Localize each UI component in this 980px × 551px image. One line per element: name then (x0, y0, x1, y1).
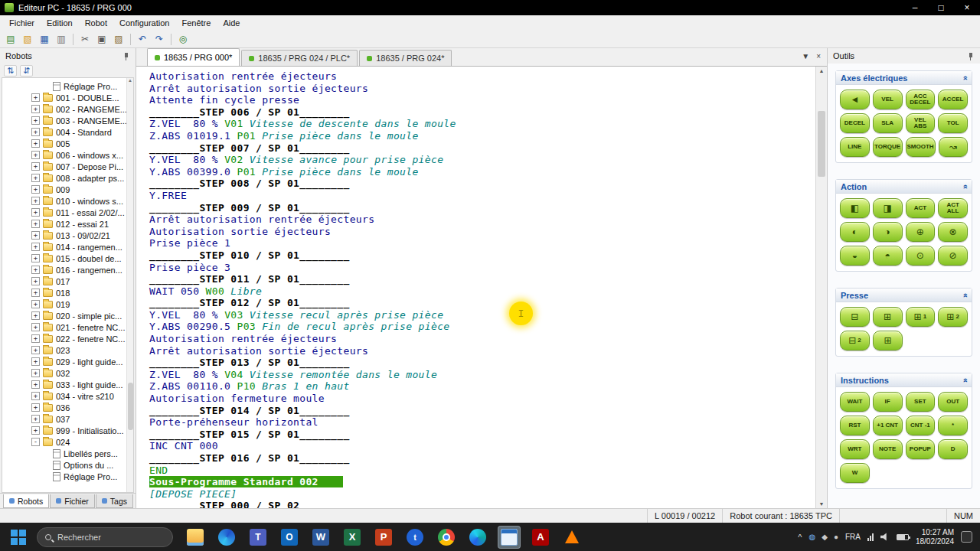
open-icon[interactable]: ▧ (20, 32, 35, 46)
tool-button-act[interactable]: ACT (906, 198, 936, 218)
tray-teams-icon[interactable]: ◍ (808, 533, 815, 541)
tree-item-999-initialisatio[interactable]: +999 - Initialisatio... (2, 425, 126, 436)
vlc-icon[interactable] (560, 526, 583, 549)
scrollbar-thumb[interactable] (818, 111, 825, 177)
tool-button-action-vacuum-on[interactable]: ◐ (840, 222, 870, 242)
tool-button-torque[interactable]: TORQUE (873, 137, 903, 157)
tree-item-022-fenetre-nc[interactable]: +022 - fenetre NC... (2, 333, 126, 344)
tool-button-presse-ejecteurs-in[interactable]: ⊟ (840, 307, 870, 327)
tool-button-action-vacuum-off[interactable]: ◑ (873, 222, 903, 242)
maximize-button[interactable]: □ (928, 0, 954, 15)
menu-aide[interactable]: Aide (217, 17, 246, 29)
expand-icon[interactable]: + (31, 254, 40, 262)
tree-item-reglage-pro[interactable]: Réglage Pro... (2, 471, 126, 482)
tool-button-accel[interactable]: ACCEL (938, 90, 968, 109)
acrobat-icon[interactable]: A (529, 526, 552, 549)
word-icon[interactable]: W (309, 526, 332, 549)
expand-icon[interactable]: + (31, 128, 40, 136)
tree-item-018[interactable]: +018 (2, 287, 126, 298)
tool-button-set[interactable]: SET (906, 392, 936, 412)
robot-connect-icon[interactable]: ◎ (175, 32, 191, 46)
tab-list-dropdown-icon[interactable]: ▼ (802, 52, 809, 60)
expand-icon[interactable]: + (31, 116, 40, 125)
expand-icon[interactable]: + (31, 93, 40, 102)
taskbar-search[interactable]: Rechercher (37, 527, 173, 547)
tool-button-axis-move[interactable]: ◄ (840, 90, 870, 109)
tree-item-options-du[interactable]: Options du ... (2, 459, 126, 471)
tool-button-1[interactable]: ⊞1 (906, 307, 936, 327)
menu-configuration[interactable]: Configuration (113, 17, 175, 29)
tool-button-wait[interactable]: WAIT (840, 392, 870, 412)
save-icon[interactable]: ▦ (37, 32, 52, 46)
expand-icon[interactable]: + (31, 392, 40, 400)
tree-item-008-adapter-ps[interactable]: +008 - adapter ps... (2, 172, 126, 184)
expand-icon[interactable]: + (31, 151, 40, 159)
collapse-section-icon[interactable]: » (960, 184, 969, 188)
tool-button-smooth[interactable]: SMOOTH (906, 137, 936, 157)
thunderbird-icon[interactable]: t (403, 526, 426, 549)
tool-button-action-grip-open[interactable]: ◧ (840, 198, 870, 218)
tool-button-action-rotate-cw[interactable]: ⊕ (906, 222, 936, 242)
menu-robot[interactable]: Robot (79, 17, 113, 29)
tool-button-item[interactable]: * (938, 416, 968, 435)
tool-button-vel-abs[interactable]: VEL ABS (906, 113, 936, 133)
expand-icon[interactable]: + (31, 162, 40, 171)
tool-button-presse-ejecteurs-out[interactable]: ⊞ (873, 307, 903, 327)
panel-tab-fichier[interactable]: Fichier (50, 494, 95, 508)
tool-button-wrt[interactable]: WRT (840, 439, 870, 459)
tree-scrollbar[interactable]: ▲ (126, 78, 133, 492)
redo-icon[interactable]: ↷ (152, 32, 167, 46)
menu-fichier[interactable]: Fichier (3, 17, 41, 29)
scrollbar-thumb[interactable] (128, 383, 133, 430)
tool-button-note[interactable]: NOTE (873, 439, 903, 459)
expand-icon[interactable]: + (31, 220, 40, 228)
tree-item-034-vitre-s210[interactable]: +034 - vitre s210 (2, 390, 126, 402)
print-icon[interactable]: ▥ (54, 32, 69, 46)
edge-dev-icon[interactable] (466, 526, 489, 549)
start-button-icon[interactable] (8, 527, 29, 548)
tree-item-reglage-pro[interactable]: Réglage Pro... (2, 80, 126, 92)
tree-item-libelles-pers[interactable]: Libellés pers... (2, 448, 126, 459)
collapse-section-icon[interactable]: » (960, 377, 969, 382)
expand-icon[interactable]: + (31, 197, 40, 205)
sort-ascending-icon[interactable]: ⇅ (4, 65, 17, 77)
teams-icon[interactable]: T (247, 526, 270, 549)
undo-icon[interactable]: ↶ (135, 32, 150, 46)
edge-icon[interactable] (215, 526, 238, 549)
tree-item-037[interactable]: +037 (2, 413, 126, 425)
paste-icon[interactable]: ▨ (111, 32, 126, 46)
network-icon[interactable] (867, 533, 874, 541)
tool-button-rst[interactable]: RST (840, 416, 870, 435)
tool-button-if[interactable]: IF (873, 392, 903, 412)
tree-item-016-rangemen[interactable]: +016 - rangemen... (2, 264, 126, 276)
tray-security-icon[interactable]: ◆ (822, 533, 828, 541)
expand-icon[interactable]: + (31, 289, 40, 297)
tree-item-017[interactable]: +017 (2, 276, 126, 287)
sort-descending-icon[interactable]: ⇵ (20, 65, 33, 77)
scroll-up-icon[interactable]: ▲ (128, 78, 132, 83)
tree-item-019[interactable]: +019 (2, 298, 126, 310)
tool-button-speed-profile[interactable]: ↝ (939, 137, 969, 157)
collapse-icon[interactable]: - (31, 438, 40, 446)
tool-button-presse-moule[interactable]: ⊞ (873, 331, 903, 350)
volume-icon[interactable] (880, 533, 890, 541)
tool-button-decel[interactable]: DECEL (840, 113, 870, 133)
editor-tab-18635-prg-024-plc[interactable]: 18635 / PRG 024 / PLC* (241, 50, 358, 66)
tool-button-action-grip-close[interactable]: ◨ (873, 198, 903, 218)
notification-center-icon[interactable] (961, 531, 972, 543)
expand-icon[interactable]: + (31, 311, 40, 320)
scroll-up-icon[interactable]: ▲ (816, 68, 827, 73)
language-indicator[interactable]: FRA (845, 533, 861, 541)
menu-edition[interactable]: Edition (41, 17, 79, 29)
tree-item-033-light-guide[interactable]: +033 - light guide... (2, 379, 126, 390)
expand-icon[interactable]: + (31, 185, 40, 194)
tree-item-036[interactable]: +036 (2, 402, 126, 413)
tree-item-012-essai-21[interactable]: +012 - essai 21 (2, 218, 126, 230)
tool-button-tol[interactable]: TOL (938, 113, 968, 133)
tree-item-010-windows-s[interactable]: +010 - windows s... (2, 195, 126, 207)
clock[interactable]: 10:27 AM 18/02/2024 (916, 528, 954, 546)
expand-icon[interactable]: + (31, 300, 40, 308)
tree-item-029-light-guide[interactable]: +029 - light guide... (2, 356, 126, 367)
tree-item-009[interactable]: +009 (2, 184, 126, 195)
battery-icon[interactable] (897, 534, 909, 540)
